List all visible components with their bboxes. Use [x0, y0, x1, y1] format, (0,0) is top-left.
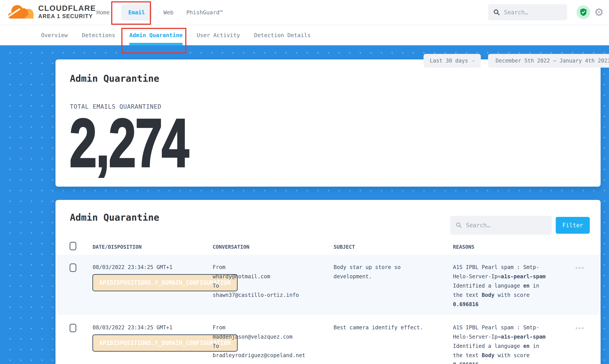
table-card-title: Admin Quarantine: [70, 212, 159, 223]
date-range-display[interactable]: December 5th 2022 — January 4th 2023: [488, 54, 609, 68]
row-actions-menu[interactable]: [576, 267, 583, 269]
filter-button[interactable]: Filter: [556, 217, 590, 234]
table-search[interactable]: [450, 216, 552, 235]
date-cell: 08/03/2022 23:34:25 GMT+1: [93, 263, 172, 272]
global-search[interactable]: [488, 4, 567, 20]
table-row[interactable]: 08/03/2022 23:34:25 GMT+1 APIDISPOSITION…: [55, 255, 601, 315]
row-checkbox[interactable]: [70, 324, 76, 332]
reasons-cell: A1S IPBL Pearl spam : Smtp-Helo-Server-I…: [453, 323, 550, 364]
select-all-checkbox[interactable]: [70, 242, 76, 250]
nav-item-web[interactable]: Web: [162, 7, 175, 18]
subject-cell: Body star up store so development.: [334, 263, 434, 281]
gear-icon[interactable]: ⚙: [594, 5, 604, 19]
row-checkbox[interactable]: [70, 263, 76, 272]
tab-detections[interactable]: Detections: [82, 25, 115, 45]
tab-user-activity[interactable]: User Activity: [197, 25, 240, 45]
protection-status-badge[interactable]: [577, 5, 590, 19]
column-header-subject[interactable]: SUBJECT: [334, 244, 355, 250]
top-nav-items: Home Email Web PhishGuard™: [95, 0, 224, 25]
global-search-input[interactable]: [503, 9, 556, 16]
cloudflare-cloud-icon: [8, 2, 35, 21]
tab-admin-quarantine[interactable]: Admin Quarantine: [129, 25, 183, 45]
subject-cell: Best camera identify effect.: [334, 323, 434, 332]
tab-overview[interactable]: Overview: [41, 25, 68, 45]
nav-item-home[interactable]: Home: [95, 7, 111, 18]
page-background: Admin Quarantine TOTAL EMAILS QUARANTINE…: [0, 45, 609, 364]
top-nav: CLOUDFLARE AREA 1 SECURITY Home Email We…: [0, 0, 609, 25]
summary-card-title: Admin Quarantine: [70, 73, 159, 84]
nav-item-email[interactable]: Email: [121, 4, 152, 21]
active-tab-underline: [129, 43, 183, 45]
brand-name: CLOUDFLARE: [38, 4, 96, 13]
quarantine-summary-card: Admin Quarantine TOTAL EMAILS QUARANTINE…: [55, 59, 601, 187]
metric-value: 2,274: [69, 114, 188, 172]
column-header-conversation[interactable]: CONVERSATION: [213, 244, 249, 250]
table-row[interactable]: 08/03/2022 23:34:25 GMT+1 APIDISPOSITION…: [55, 315, 601, 364]
shield-check-icon: [580, 8, 587, 16]
sub-nav-items: Overview Detections Admin Quarantine Use…: [41, 25, 311, 45]
column-header-date[interactable]: DATE/DISPOSITION: [93, 244, 142, 250]
column-header-reasons[interactable]: REASONS: [453, 244, 474, 250]
conversation-cell: Frommaddenjason@velazquez.comTobradleyro…: [213, 323, 314, 360]
time-range-dropdown[interactable]: Last 30 days ▾: [423, 54, 481, 68]
date-cell: 08/03/2022 23:34:25 GMT+1: [93, 323, 172, 332]
search-icon: [493, 9, 500, 16]
table-search-input[interactable]: [466, 222, 534, 229]
chevron-down-icon: ▾: [472, 58, 474, 63]
email-sub-nav: Overview Detections Admin Quarantine Use…: [0, 25, 609, 45]
quarantine-table-card: Admin Quarantine Filter DATE/DISPOSITION…: [55, 200, 601, 364]
brand-text: CLOUDFLARE AREA 1 SECURITY: [38, 4, 96, 20]
row-actions-menu[interactable]: [576, 327, 583, 329]
tab-detection-details[interactable]: Detection Details: [254, 25, 311, 45]
brand-subname: AREA 1 SECURITY: [38, 13, 96, 20]
reasons-cell: A1S IPBL Pearl spam : Smtp-Helo-Server-I…: [453, 263, 550, 309]
nav-item-phishguard[interactable]: PhishGuard™: [185, 7, 224, 18]
search-icon: [456, 222, 462, 228]
conversation-cell: Fromwhardy@hotmail.comToshawn37@castillo…: [213, 263, 314, 300]
cloudflare-logo[interactable]: CLOUDFLARE AREA 1 SECURITY: [8, 2, 96, 21]
